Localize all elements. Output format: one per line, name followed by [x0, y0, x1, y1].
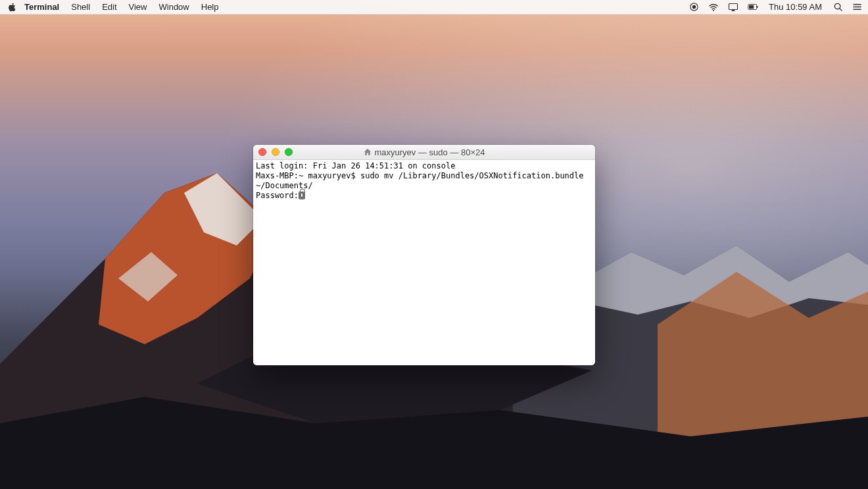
key-icon — [299, 192, 305, 199]
airplay-icon[interactable] — [728, 2, 738, 13]
window-close-button[interactable] — [258, 148, 266, 156]
terminal-line-last-login: Last login: Fri Jan 26 14:51:31 on conso… — [256, 161, 592, 171]
window-titlebar[interactable]: maxyuryev — sudo — 80×24 — [253, 145, 595, 160]
home-folder-icon — [364, 148, 372, 156]
menubar-app-name[interactable]: Terminal — [18, 0, 65, 14]
svg-rect-6 — [749, 5, 754, 9]
window-zoom-button[interactable] — [285, 148, 293, 156]
spotlight-icon[interactable] — [832, 2, 843, 13]
apple-menu-icon[interactable] — [8, 3, 17, 12]
svg-point-14 — [853, 9, 854, 10]
wifi-icon[interactable] — [708, 2, 719, 13]
svg-point-2 — [713, 10, 714, 11]
menubar-item-view[interactable]: View — [123, 0, 153, 14]
battery-icon[interactable] — [748, 2, 758, 13]
svg-point-13 — [853, 7, 854, 8]
terminal-body[interactable]: Last login: Fri Jan 26 14:51:31 on conso… — [253, 160, 595, 365]
svg-line-8 — [839, 9, 841, 11]
svg-point-12 — [853, 4, 854, 5]
menubar-item-help[interactable]: Help — [195, 0, 225, 14]
screen-record-icon[interactable] — [688, 2, 699, 13]
terminal-line-password: Password: — [256, 191, 592, 201]
menubar-item-shell[interactable]: Shell — [65, 0, 96, 14]
svg-rect-5 — [757, 6, 758, 8]
terminal-window[interactable]: maxyuryev — sudo — 80×24 Last login: Fri… — [253, 145, 595, 365]
svg-rect-3 — [729, 3, 738, 9]
menubar-item-window[interactable]: Window — [153, 0, 195, 14]
password-label: Password: — [256, 191, 299, 200]
menubar: Terminal Shell Edit View Window Help Thu… — [0, 0, 868, 14]
menubar-item-edit[interactable]: Edit — [96, 0, 122, 14]
menubar-clock[interactable]: Thu 10:59 AM — [767, 2, 823, 12]
notification-center-icon[interactable] — [852, 2, 863, 13]
svg-point-1 — [692, 5, 696, 9]
window-minimize-button[interactable] — [272, 148, 279, 156]
terminal-line-command: Maxs-MBP:~ maxyuryev$ sudo mv /Library/B… — [256, 171, 592, 191]
window-title: maxyuryev — sudo — 80×24 — [375, 147, 485, 157]
